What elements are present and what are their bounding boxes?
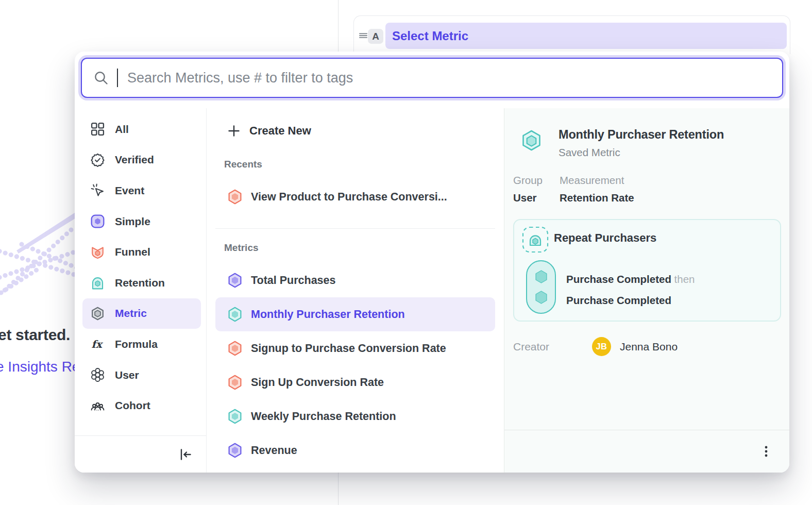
metric-hexagon-icon bbox=[227, 307, 243, 322]
step-line: Purchase Completed bbox=[566, 290, 695, 311]
cohort-definition-icon bbox=[522, 226, 549, 253]
group-label: Group bbox=[513, 174, 560, 187]
metric-item-label: Signup to Purchase Conversion Rate bbox=[251, 342, 446, 355]
step-capsule bbox=[526, 260, 556, 314]
group-value: User bbox=[513, 192, 560, 204]
details-meta: Group User Measurement Retention Rate bbox=[513, 174, 634, 204]
funnel-icon bbox=[91, 245, 105, 259]
more-options-kebab-icon[interactable] bbox=[759, 445, 773, 458]
metric-picker-modal: AllVerifiedEventSimpleFunnelRetentionMet… bbox=[75, 52, 789, 473]
step-hexagon-icon bbox=[534, 290, 548, 305]
step-lines: Purchase Completed thenPurchase Complete… bbox=[566, 268, 695, 311]
sidebar-item-label: Simple bbox=[115, 215, 150, 228]
metric-list-item[interactable]: Monthly Purchaser Retention bbox=[215, 297, 495, 331]
sidebar-item-label: Metric bbox=[115, 307, 147, 319]
sidebar-item-label: Retention bbox=[115, 277, 165, 289]
saved-metric-name: Repeat Purchasers bbox=[554, 231, 656, 245]
sidebar-item-retention[interactable]: Retention bbox=[82, 267, 201, 298]
sidebar-item-all[interactable]: All bbox=[82, 114, 201, 145]
sidebar-item-label: Formula bbox=[115, 338, 158, 350]
create-new-label: Create New bbox=[249, 124, 311, 138]
sidebar-item-verified[interactable]: Verified bbox=[82, 145, 201, 176]
measurement-value: Retention Rate bbox=[560, 192, 634, 204]
creator-label: Creator bbox=[513, 341, 592, 353]
metric-item-label: Sign Up Conversion Rate bbox=[251, 376, 384, 389]
details-footer bbox=[504, 430, 789, 473]
sidebar-item-label: User bbox=[115, 369, 139, 381]
section-divider bbox=[215, 228, 495, 229]
creator-avatar: JB bbox=[592, 337, 611, 356]
results-column: Create New RecentsView Product to Purcha… bbox=[206, 108, 504, 473]
metric-list-item[interactable]: Signup to Purchase Conversion Rate bbox=[215, 331, 495, 365]
background-insights-link-fragment[interactable]: e Insights Re bbox=[0, 359, 80, 375]
saved-metric-hexagon-icon bbox=[520, 129, 543, 153]
sidebar-item-metric[interactable]: Metric bbox=[82, 298, 201, 329]
sidebar-item-label: Event bbox=[115, 184, 144, 197]
sidebar-item-cohort[interactable]: Cohort bbox=[82, 390, 201, 421]
grid-icon bbox=[91, 122, 105, 136]
formula-icon: fx bbox=[91, 337, 105, 351]
sidebar-item-label: All bbox=[115, 123, 129, 136]
details-title: Monthly Purchaser Retention bbox=[559, 128, 724, 142]
drag-handle-icon[interactable] bbox=[358, 30, 368, 41]
metric-icon bbox=[91, 307, 105, 321]
verified-icon bbox=[91, 153, 105, 167]
step-hexagon-icon bbox=[534, 270, 548, 284]
sidebar-item-label: Verified bbox=[115, 154, 154, 166]
sidebar-item-label: Funnel bbox=[115, 246, 150, 258]
category-list: AllVerifiedEventSimpleFunnelRetentionMet… bbox=[75, 114, 206, 421]
metric-hexagon-icon bbox=[227, 443, 243, 458]
metric-list-item[interactable]: Weekly Purchase Retention bbox=[215, 399, 495, 433]
category-sidebar: AllVerifiedEventSimpleFunnelRetentionMet… bbox=[75, 108, 206, 473]
creator-name: Jenna Bono bbox=[620, 341, 678, 353]
sidebar-item-funnel[interactable]: Funnel bbox=[82, 237, 201, 267]
step-line: Purchase Completed then bbox=[566, 268, 695, 290]
sidebar-item-user[interactable]: User bbox=[82, 360, 201, 391]
details-subtitle: Saved Metric bbox=[559, 146, 724, 159]
creator-row: Creator JB Jenna Bono bbox=[513, 337, 678, 356]
metric-hexagon-icon bbox=[227, 273, 243, 288]
query-builder-row: A Select Metric bbox=[353, 15, 790, 54]
search-bar bbox=[81, 58, 783, 98]
section-label-metrics: Metrics bbox=[215, 240, 495, 256]
search-icon bbox=[93, 70, 109, 86]
simple-icon bbox=[91, 214, 105, 228]
measurement-label: Measurement bbox=[560, 174, 634, 187]
details-header: Monthly Purchaser Retention Saved Metric bbox=[520, 128, 724, 159]
series-letter-badge[interactable]: A bbox=[368, 29, 383, 44]
create-new-button[interactable]: Create New bbox=[215, 116, 495, 145]
metric-list-item[interactable]: Revenue bbox=[215, 433, 495, 467]
event-icon bbox=[91, 183, 105, 197]
section-items: View Product to Purchase Conversi... bbox=[215, 180, 495, 214]
metric-list-item[interactable]: View Product to Purchase Conversi... bbox=[215, 180, 495, 214]
metric-item-label: Monthly Purchaser Retention bbox=[251, 308, 405, 321]
metric-hexagon-icon bbox=[227, 375, 243, 390]
select-metric-button[interactable]: Select Metric bbox=[385, 23, 787, 49]
select-metric-label: Select Metric bbox=[392, 29, 468, 43]
cohort-icon bbox=[91, 399, 105, 413]
metric-details-panel: Monthly Purchaser Retention Saved Metric… bbox=[504, 108, 789, 473]
metric-hexagon-icon bbox=[227, 341, 243, 356]
results-sections: RecentsView Product to Purchase Conversi… bbox=[215, 157, 495, 467]
section-items: Total PurchasesMonthly Purchaser Retenti… bbox=[215, 263, 495, 467]
section-label-recents: Recents bbox=[215, 157, 495, 172]
retention-icon bbox=[91, 276, 105, 290]
metric-item-label: Total Purchases bbox=[251, 274, 336, 287]
sidebar-item-event[interactable]: Event bbox=[82, 175, 201, 206]
collapse-sidebar-icon[interactable] bbox=[178, 447, 193, 462]
sidebar-item-label: Cohort bbox=[115, 399, 150, 412]
text-cursor bbox=[117, 69, 118, 87]
metric-item-label: View Product to Purchase Conversi... bbox=[251, 191, 447, 204]
metric-list-item[interactable]: Total Purchases bbox=[215, 263, 495, 297]
search-input[interactable] bbox=[126, 70, 771, 86]
sidebar-item-formula[interactable]: fxFormula bbox=[82, 329, 201, 360]
plus-icon bbox=[227, 124, 241, 138]
metric-list-item[interactable]: Sign Up Conversion Rate bbox=[215, 365, 495, 399]
svg-text:fx: fx bbox=[92, 338, 104, 350]
user-icon bbox=[91, 368, 105, 382]
metric-item-label: Revenue bbox=[251, 444, 297, 457]
metric-item-label: Weekly Purchase Retention bbox=[251, 410, 396, 423]
metric-hexagon-icon bbox=[227, 189, 243, 205]
background-heading-fragment: et started. bbox=[0, 326, 70, 344]
sidebar-item-simple[interactable]: Simple bbox=[82, 206, 201, 237]
